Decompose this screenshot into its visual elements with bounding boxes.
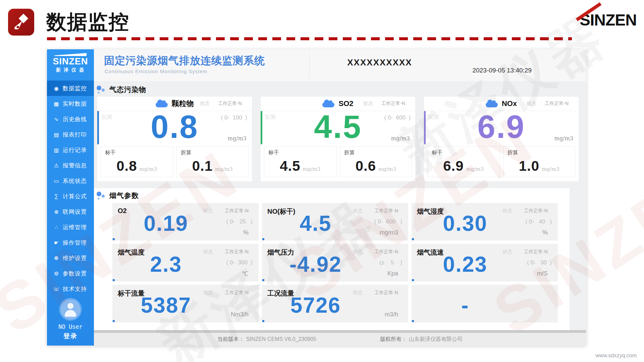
cems-app-window: SINZEN 新泽仪器 ◉ 数据监控 ▦ 实时数据 ∿ 历史曲线 ▤ 报表打印 … [47, 49, 586, 346]
sub-label: 标干 [105, 149, 116, 156]
status-value: 工作正常-N [524, 208, 548, 214]
copyright-value: 山东新泽仪器有限公司 [409, 336, 463, 343]
document-icon: ▥ [53, 147, 60, 153]
unit-label: % [542, 229, 548, 236]
converted-box: 折算 1.0mg/m3 [503, 146, 576, 177]
sub-value: 1.0 [519, 158, 539, 174]
sidebar-item-label: 参数设置 [63, 270, 87, 277]
sub-value: 0.1 [192, 158, 213, 174]
sidebar-item-parameter-settings[interactable]: ⚙ 参数设置 [47, 266, 94, 281]
sub-label: 折算 [344, 149, 355, 156]
status-value: 工作正常-N [225, 249, 249, 255]
unit-label: ℃ [242, 270, 249, 277]
cloud-icon [156, 102, 168, 107]
sub-value: 0.6 [356, 158, 376, 174]
sub-value: 4.5 [280, 158, 300, 174]
range-label: ( 0- 30 ) [527, 259, 552, 266]
content: 气态污染物 颗粒物 状态工作正常-N 实测 ( 0- 100 ) 0.8 mg/… [94, 82, 586, 330]
sidebar-item-label: 数据监控 [63, 85, 87, 92]
cell-value: -4.92 [275, 254, 356, 275]
sidebar-item-system-status[interactable]: ▭ 系统状态 [47, 173, 94, 189]
dots-icon [97, 191, 105, 200]
formula-icon: ∑ [53, 193, 60, 199]
sidebar-item-label: 操作管理 [63, 239, 87, 247]
sidebar-item-data-monitor[interactable]: ◉ 数据监控 [47, 81, 94, 96]
sub-unit: mg/m3 [542, 166, 559, 172]
station-name: XXXXXXXXXX [313, 57, 447, 68]
status-value: 工作正常-N [381, 101, 405, 107]
flue-cell-empty: - [412, 285, 558, 322]
status-label: 状态 [363, 101, 373, 107]
pollutant-name: 颗粒物 [172, 99, 194, 109]
dashed-divider [47, 37, 572, 40]
sidebar-menu: ◉ 数据监控 ▦ 实时数据 ∿ 历史曲线 ▤ 报表打印 ▥ 运行记录 ⚠ 报警信… [47, 81, 94, 297]
page-title: 数据监控 [46, 9, 129, 36]
sub-unit: mg/m3 [140, 166, 157, 172]
website-url: www.sdxzyq.com [595, 353, 637, 359]
user-panel: NO User 登录 [47, 299, 94, 341]
sidebar-item-label: 实时数据 [63, 100, 87, 108]
flue-cell-no: NO(标干) 状态工作正常-N ( 0- 600 ) mg/m3 4.5 [262, 203, 408, 241]
sidebar-item-run-record[interactable]: ▥ 运行记录 [47, 142, 94, 158]
flue-cell-standard-flow: 标干流量 状态工作正常-N Nm3/h 5387 [112, 285, 259, 322]
pollutant-card-pm: 颗粒物 状态工作正常-N 实测 ( 0- 100 ) 0.8 mg/m3 标干 [97, 97, 252, 181]
cell-value: 0.30 [425, 213, 505, 234]
login-button[interactable]: 登录 [47, 332, 94, 341]
user-icon [67, 303, 73, 309]
sidebar-item-label: 运行记录 [63, 146, 87, 154]
cell-label: O2 [118, 207, 127, 215]
flue-section-header: 烟气参数 [97, 191, 139, 200]
status-value: 工作正常-N [374, 208, 398, 214]
sidebar-item-history-curve[interactable]: ∿ 历史曲线 [47, 111, 94, 127]
sidebar-item-alarm-info[interactable]: ⚠ 报警信息 [47, 158, 94, 173]
sidebar-item-operation-management[interactable]: ☛ 操作管理 [47, 235, 94, 250]
globe-icon: ⊕ [53, 209, 60, 215]
sub-unit: mg/m3 [466, 166, 484, 172]
gas-section-header: 气态污染物 [97, 85, 146, 94]
wrench-gear-icon: ☸ [53, 255, 60, 261]
printer-icon: ▤ [53, 132, 60, 138]
version-value: SINZEN CEMS V6.0_230905 [246, 336, 316, 342]
sidebar-item-calc-formula[interactable]: ∑ 计算公式 [47, 189, 94, 204]
sidebar-item-label: 计算公式 [63, 193, 87, 200]
sidebar-item-network-settings[interactable]: ⊕ 联网设置 [47, 204, 94, 219]
status-label: 状态 [527, 101, 536, 107]
sidebar-item-tech-support[interactable]: ☏ 技术支持 [47, 281, 94, 297]
flue-cell-o2: O2 状态工作正常-N ( 0- 25 ) % 0.19 [112, 203, 259, 241]
sub-unit: mg/m3 [215, 166, 233, 172]
alarm-bell-icon: ⚠ [53, 162, 60, 169]
cell-value: 4.5 [275, 213, 356, 234]
unit-label: % [243, 229, 249, 236]
range-label: (± 5 ) [379, 259, 402, 266]
footer-strip [94, 330, 586, 333]
pen-badge-icon [8, 9, 34, 36]
cell-value: 5726 [275, 295, 356, 316]
nodes-icon: ∴ [53, 224, 60, 230]
pollutant-card-nox: NOx 状态工作正常-N 实测 6.9 mg/m3 标干 6.9mg/m3 [424, 97, 579, 181]
realtime-data-icon: ▦ [53, 101, 60, 107]
sidebar-item-report-print[interactable]: ▤ 报表打印 [47, 127, 94, 142]
sidebar-logo-subtext: 新泽仪器 [49, 67, 94, 73]
unit-label: Kpa [387, 270, 398, 277]
username: NO User [47, 323, 94, 330]
sidebar-item-label: 联网设置 [63, 208, 87, 216]
sub-label: 标干 [268, 149, 279, 156]
sidebar-item-ops-management[interactable]: ∴ 运维管理 [47, 219, 94, 235]
unit-label: mg/m3 [228, 135, 247, 142]
app-title: 固定污染源烟气排放连续监测系统 [104, 54, 265, 68]
avatar[interactable] [60, 299, 80, 319]
sinzen-logo: SINZEN [580, 11, 637, 29]
copyright-label: 版权所有： [380, 336, 407, 343]
section-title: 气态污染物 [109, 85, 146, 94]
sidebar-item-maintenance-settings[interactable]: ☸ 维护设置 [47, 250, 94, 266]
sidebar-logo: SINZEN 新泽仪器 [47, 49, 94, 81]
hand-pointer-icon: ☛ [53, 240, 60, 246]
status-value: 工作正常-N [524, 249, 548, 255]
sidebar-item-realtime-data[interactable]: ▦ 实时数据 [47, 96, 94, 111]
flue-grid: O2 状态工作正常-N ( 0- 25 ) % 0.19 NO(标干) 状态工作… [112, 203, 558, 322]
range-label: ( 0- 300 ) [226, 259, 253, 266]
status-value: 工作正常-N [545, 101, 569, 107]
range-label: ( 0- 600 ) [374, 218, 402, 225]
sub-unit: mg/m3 [378, 166, 396, 172]
app-subtitle: Continuous Emission Monitoring System [105, 68, 207, 74]
